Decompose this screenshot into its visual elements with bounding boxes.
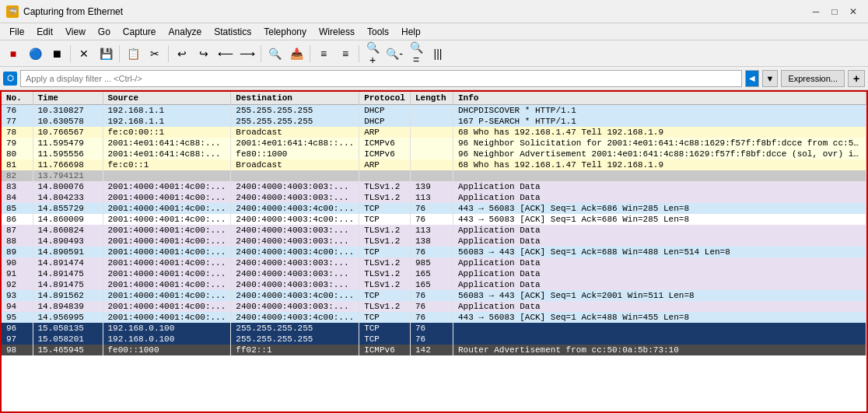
- capture-stop-save-button[interactable]: ⏹: [47, 44, 67, 64]
- table-row[interactable]: 9514.9569952001:4000:4001:4c00:...2400:4…: [2, 312, 866, 323]
- table-row[interactable]: 7911.5954792001:4e01:641:4c88:...2001:4e…: [2, 138, 866, 149]
- cell-protocol: TLSv1.2: [359, 268, 411, 279]
- cell-destination: 2400:4000:4003:4c00:...: [231, 214, 359, 225]
- table-row[interactable]: 8614.8600092001:4000:4001:4c00:...2400:4…: [2, 214, 866, 225]
- cell-destination: 2400:4000:4003:003:...: [231, 181, 359, 192]
- col-header-destination[interactable]: Destination: [231, 92, 359, 105]
- table-row[interactable]: 8314.8000762001:4000:4001:4c00:...2400:4…: [2, 181, 866, 192]
- cell-length: 76: [410, 312, 453, 323]
- cell-destination: 255.255.255.255: [231, 334, 359, 345]
- cell-length: 76: [410, 290, 453, 301]
- download-button[interactable]: 📥: [286, 44, 306, 64]
- filter-arrow-left-button[interactable]: ◀: [745, 70, 759, 87]
- cell-source: 2001:4e01:641:4c88:...: [103, 149, 231, 159]
- menu-go[interactable]: Go: [92, 25, 117, 39]
- menu-tools[interactable]: Tools: [361, 25, 395, 39]
- table-row[interactable]: 9114.8914752001:4000:4001:4c00:...2400:4…: [2, 268, 866, 279]
- copy-button[interactable]: 📋: [123, 44, 143, 64]
- menu-help[interactable]: Help: [395, 25, 427, 39]
- detail-view-button[interactable]: ≡: [335, 44, 355, 64]
- col-header-time[interactable]: Time: [33, 92, 103, 105]
- capture-stop-button[interactable]: ■: [3, 44, 23, 64]
- cell-source: 2001:4000:4001:4c00:...: [103, 225, 231, 236]
- table-row[interactable]: 9314.8915622001:4000:4001:4c00:...2400:4…: [2, 290, 866, 301]
- cell-no: 83: [2, 181, 33, 192]
- find-button[interactable]: 🔍: [264, 44, 285, 64]
- cell-no: 81: [2, 159, 33, 170]
- cut-button[interactable]: ✂: [145, 44, 165, 64]
- cell-time: 14.956995: [33, 312, 103, 323]
- table-row[interactable]: 9014.8914742001:4000:4001:4c00:...2400:4…: [2, 257, 866, 268]
- table-row[interactable]: 9615.058135192.168.0.100255.255.255.255T…: [2, 323, 866, 334]
- cell-protocol: TLSv1.2: [359, 225, 411, 236]
- table-row[interactable]: 9715.058201192.168.0.100255.255.255.255T…: [2, 334, 866, 345]
- cell-protocol: ARP: [359, 159, 411, 170]
- cell-protocol: ICMPv6: [359, 138, 411, 149]
- scroll-back-button[interactable]: ⟵: [215, 44, 236, 64]
- list-view-button[interactable]: ≡: [313, 44, 334, 64]
- cell-protocol: ICMPv6: [359, 149, 411, 159]
- zoom-out-button[interactable]: 🔍-: [384, 44, 404, 64]
- table-row[interactable]: 7810.766567fe:c0:00::1BroadcastARP68 Who…: [2, 127, 866, 138]
- window-controls: ─ □ ✕: [807, 3, 862, 20]
- menu-view[interactable]: View: [59, 25, 92, 39]
- col-header-no[interactable]: No.: [2, 92, 33, 105]
- cell-no: 86: [2, 214, 33, 225]
- close-button[interactable]: ✕: [74, 44, 94, 64]
- cell-time: 14.890493: [33, 236, 103, 247]
- menu-wireless[interactable]: Wireless: [313, 25, 361, 39]
- packet-table-scroll[interactable]: No. Time Source Destination Protocol Len…: [2, 92, 866, 411]
- menu-capture[interactable]: Capture: [117, 25, 163, 39]
- col-header-source[interactable]: Source: [103, 92, 231, 105]
- menu-statistics[interactable]: Statistics: [208, 25, 257, 39]
- back-button[interactable]: ↩: [172, 44, 192, 64]
- table-row[interactable]: 8714.8608242001:4000:4001:4c00:...2400:4…: [2, 225, 866, 236]
- col-header-info[interactable]: Info: [453, 92, 866, 105]
- close-button[interactable]: ✕: [845, 3, 862, 20]
- forward-button[interactable]: ↪: [194, 44, 214, 64]
- menu-telephony[interactable]: Telephony: [257, 25, 313, 39]
- cell-length: 76: [410, 214, 453, 225]
- table-row[interactable]: 9414.8948392001:4000:4001:4c00:...2400:4…: [2, 301, 866, 312]
- table-row[interactable]: 8914.8905912001:4000:4001:4c00:...2400:4…: [2, 247, 866, 257]
- capture-restart-button[interactable]: 🔵: [25, 44, 45, 64]
- columns-button[interactable]: |||: [428, 44, 448, 64]
- cell-info: Application Data: [453, 236, 866, 247]
- table-row[interactable]: 8814.8904932001:4000:4001:4c00:...2400:4…: [2, 236, 866, 247]
- minimize-button[interactable]: ─: [807, 3, 824, 20]
- cell-protocol: TCP: [359, 323, 411, 334]
- table-row[interactable]: 8111.766698fe:c0::1BroadcastARP68 Who ha…: [2, 159, 866, 170]
- cell-info: 443 → 56083 [ACK] Seq=1 Ack=488 Win=455 …: [453, 312, 866, 323]
- add-filter-button[interactable]: +: [848, 70, 865, 87]
- table-row[interactable]: 9815.465945fe00::1000ff02::1ICMPv6142Rou…: [2, 345, 866, 355]
- maximize-button[interactable]: □: [826, 3, 843, 20]
- table-row[interactable]: 7710.630578192.168.1.1255.255.255.255DHC…: [2, 116, 866, 127]
- cell-length: 76: [410, 323, 453, 334]
- table-row[interactable]: 9214.8914752001:4000:4001:4c00:...2400:4…: [2, 279, 866, 290]
- cell-info: [453, 170, 866, 181]
- cell-destination: Broadcast: [231, 127, 359, 138]
- filter-dropdown-button[interactable]: ▼: [762, 70, 779, 87]
- toolbar-separator-1: [70, 45, 71, 62]
- table-row[interactable]: 7610.310827192.168.1.1255.255.255.255DHC…: [2, 105, 866, 117]
- scroll-fwd-button[interactable]: ⟶: [237, 44, 257, 64]
- cell-length: 76: [410, 247, 453, 257]
- cell-no: 94: [2, 301, 33, 312]
- cell-length: 985: [410, 257, 453, 268]
- menu-analyze[interactable]: Analyze: [163, 25, 208, 39]
- table-row[interactable]: 8514.8557292001:4000:4001:4c00:...2400:4…: [2, 203, 866, 214]
- expression-button[interactable]: Expression...: [781, 70, 845, 87]
- cell-protocol: [359, 170, 411, 181]
- table-row[interactable]: 8213.794121: [2, 170, 866, 181]
- col-header-length[interactable]: Length: [410, 92, 453, 105]
- menu-file[interactable]: File: [3, 25, 30, 39]
- cell-time: 11.595556: [33, 149, 103, 159]
- col-header-protocol[interactable]: Protocol: [359, 92, 411, 105]
- save-button[interactable]: 💾: [96, 44, 116, 64]
- filter-input[interactable]: [20, 70, 742, 87]
- table-row[interactable]: 8011.5955562001:4e01:641:4c88:...fe80::1…: [2, 149, 866, 159]
- zoom-reset-button[interactable]: 🔍=: [406, 44, 426, 64]
- menu-edit[interactable]: Edit: [30, 25, 59, 39]
- zoom-in-button[interactable]: 🔍+: [362, 44, 383, 64]
- table-row[interactable]: 8414.8042332001:4000:4001:4c00:...2400:4…: [2, 192, 866, 203]
